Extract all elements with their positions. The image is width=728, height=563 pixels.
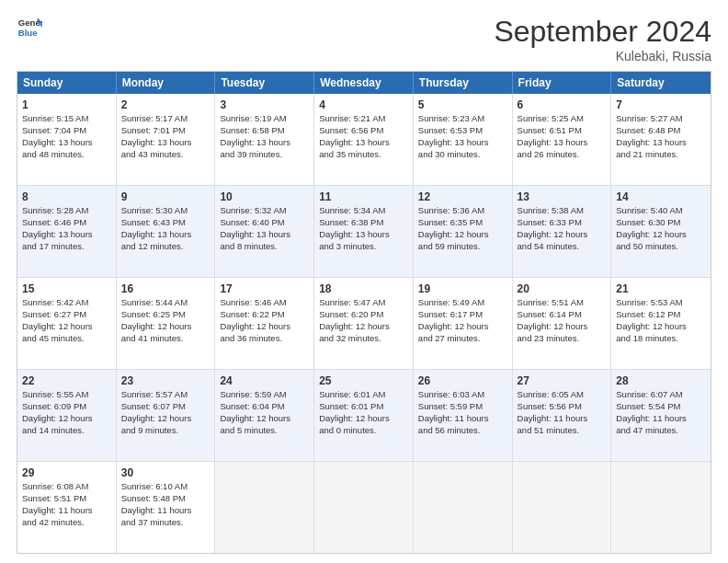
day-info: Sunrise: 5:30 AM xyxy=(121,205,210,217)
header-cell-wednesday: Wednesday xyxy=(314,72,414,94)
day-info: Daylight: 13 hours xyxy=(319,229,408,241)
day-info: and 41 minutes. xyxy=(121,333,210,345)
day-number: 6 xyxy=(518,98,607,112)
day-info: and 23 minutes. xyxy=(518,333,607,345)
day-info: and 36 minutes. xyxy=(220,333,309,345)
day-info: Sunrise: 5:57 AM xyxy=(121,389,210,401)
calendar-cell: 11Sunrise: 5:34 AMSunset: 6:38 PMDayligh… xyxy=(314,186,414,277)
day-info: Sunrise: 5:42 AM xyxy=(22,297,111,309)
calendar-cell: 7Sunrise: 5:27 AMSunset: 6:48 PMDaylight… xyxy=(611,94,711,185)
calendar-cell: 17Sunrise: 5:46 AMSunset: 6:22 PMDayligh… xyxy=(215,278,314,369)
day-number: 25 xyxy=(319,373,408,388)
day-number: 7 xyxy=(616,98,706,112)
day-info: and 54 minutes. xyxy=(518,241,607,253)
day-info: Sunrise: 5:49 AM xyxy=(418,297,507,309)
day-info: and 18 minutes. xyxy=(616,333,706,345)
day-number: 20 xyxy=(518,282,607,296)
calendar-cell: 30Sunrise: 6:10 AMSunset: 5:48 PMDayligh… xyxy=(117,462,216,553)
day-info: Sunrise: 5:53 AM xyxy=(616,297,706,309)
day-info: and 17 minutes. xyxy=(22,241,111,253)
day-info: Daylight: 12 hours xyxy=(418,229,507,241)
day-info: Sunset: 6:40 PM xyxy=(220,217,309,229)
day-number: 23 xyxy=(121,373,210,388)
day-info: Sunset: 5:56 PM xyxy=(518,401,607,413)
day-info: Sunset: 6:46 PM xyxy=(22,217,111,229)
calendar-cell: 23Sunrise: 5:57 AMSunset: 6:07 PMDayligh… xyxy=(117,370,216,461)
day-info: Daylight: 13 hours xyxy=(22,229,111,241)
day-info: Sunset: 6:14 PM xyxy=(518,309,607,321)
day-number: 26 xyxy=(418,373,507,388)
day-info: Daylight: 12 hours xyxy=(518,321,607,333)
day-info: Daylight: 11 hours xyxy=(518,413,607,425)
day-info: and 47 minutes. xyxy=(616,425,706,437)
calendar-cell: 28Sunrise: 6:07 AMSunset: 5:54 PMDayligh… xyxy=(611,370,711,461)
calendar-cell: 4Sunrise: 5:21 AMSunset: 6:56 PMDaylight… xyxy=(314,94,414,185)
day-info: Sunset: 6:35 PM xyxy=(418,217,507,229)
calendar-cell: 21Sunrise: 5:53 AMSunset: 6:12 PMDayligh… xyxy=(611,278,711,369)
calendar-cell: 14Sunrise: 5:40 AMSunset: 6:30 PMDayligh… xyxy=(611,186,711,277)
day-info: Sunset: 6:01 PM xyxy=(319,401,408,413)
day-info: Sunset: 6:04 PM xyxy=(220,401,309,413)
header-cell-thursday: Thursday xyxy=(414,72,513,94)
day-info: Sunset: 6:12 PM xyxy=(616,309,706,321)
day-info: and 37 minutes. xyxy=(121,517,210,529)
day-number: 18 xyxy=(319,282,408,296)
day-info: Daylight: 13 hours xyxy=(121,229,210,241)
calendar-cell: 22Sunrise: 5:55 AMSunset: 6:09 PMDayligh… xyxy=(17,370,117,461)
calendar-cell xyxy=(414,462,513,553)
day-info: and 12 minutes. xyxy=(121,241,210,253)
day-info: Sunrise: 6:10 AM xyxy=(121,481,210,493)
day-info: and 48 minutes. xyxy=(22,149,111,161)
day-number: 15 xyxy=(22,282,111,296)
calendar-cell: 15Sunrise: 5:42 AMSunset: 6:27 PMDayligh… xyxy=(17,278,117,369)
day-info: Daylight: 13 hours xyxy=(220,137,309,149)
day-info: Daylight: 11 hours xyxy=(22,505,111,517)
day-number: 22 xyxy=(22,373,111,388)
day-info: and 26 minutes. xyxy=(518,149,607,161)
day-info: and 50 minutes. xyxy=(616,241,706,253)
day-info: and 3 minutes. xyxy=(319,241,408,253)
day-number: 11 xyxy=(319,190,408,204)
day-info: Sunset: 6:22 PM xyxy=(220,309,309,321)
day-info: Sunset: 6:17 PM xyxy=(418,309,507,321)
day-info: Sunset: 6:25 PM xyxy=(121,309,210,321)
day-number: 3 xyxy=(220,98,309,112)
day-info: Daylight: 12 hours xyxy=(518,229,607,241)
day-info: Sunrise: 5:38 AM xyxy=(518,205,607,217)
day-number: 14 xyxy=(616,190,706,204)
day-info: Sunset: 5:48 PM xyxy=(121,493,210,505)
calendar-row-0: 1Sunrise: 5:15 AMSunset: 7:04 PMDaylight… xyxy=(17,94,711,186)
calendar-cell: 9Sunrise: 5:30 AMSunset: 6:43 PMDaylight… xyxy=(117,186,216,277)
day-info: and 8 minutes. xyxy=(220,241,309,253)
day-info: Daylight: 13 hours xyxy=(319,137,408,149)
day-info: Daylight: 12 hours xyxy=(616,229,706,241)
calendar-cell: 29Sunrise: 6:08 AMSunset: 5:51 PMDayligh… xyxy=(17,462,117,553)
header-cell-tuesday: Tuesday xyxy=(215,72,314,94)
calendar-cell: 26Sunrise: 6:03 AMSunset: 5:59 PMDayligh… xyxy=(414,370,513,461)
calendar-cell: 19Sunrise: 5:49 AMSunset: 6:17 PMDayligh… xyxy=(414,278,513,369)
svg-text:Blue: Blue xyxy=(18,28,38,38)
calendar-cell: 3Sunrise: 5:19 AMSunset: 6:58 PMDaylight… xyxy=(215,94,314,185)
calendar-cell: 6Sunrise: 5:25 AMSunset: 6:51 PMDaylight… xyxy=(513,94,612,185)
calendar-cell: 5Sunrise: 5:23 AMSunset: 6:53 PMDaylight… xyxy=(414,94,513,185)
day-number: 9 xyxy=(121,190,210,204)
day-info: Sunrise: 5:25 AM xyxy=(518,113,607,125)
header-cell-friday: Friday xyxy=(513,72,612,94)
day-info: Sunrise: 5:17 AM xyxy=(121,113,210,125)
calendar-cell: 8Sunrise: 5:28 AMSunset: 6:46 PMDaylight… xyxy=(17,186,117,277)
calendar-cell: 18Sunrise: 5:47 AMSunset: 6:20 PMDayligh… xyxy=(314,278,414,369)
header-cell-saturday: Saturday xyxy=(611,72,711,94)
calendar: SundayMondayTuesdayWednesdayThursdayFrid… xyxy=(17,71,711,554)
day-number: 8 xyxy=(22,190,111,204)
calendar-cell: 12Sunrise: 5:36 AMSunset: 6:35 PMDayligh… xyxy=(414,186,513,277)
day-number: 16 xyxy=(121,282,210,296)
day-info: Daylight: 12 hours xyxy=(418,321,507,333)
day-info: Daylight: 11 hours xyxy=(121,505,210,517)
calendar-body: 1Sunrise: 5:15 AMSunset: 7:04 PMDaylight… xyxy=(17,94,711,553)
day-info: Sunrise: 5:55 AM xyxy=(22,389,111,401)
day-info: and 51 minutes. xyxy=(518,425,607,437)
day-info: Sunrise: 6:01 AM xyxy=(319,389,408,401)
day-number: 12 xyxy=(418,190,507,204)
day-info: and 0 minutes. xyxy=(319,425,408,437)
top-bar: General Blue September 2024 Kulebaki, Ru… xyxy=(17,15,711,63)
